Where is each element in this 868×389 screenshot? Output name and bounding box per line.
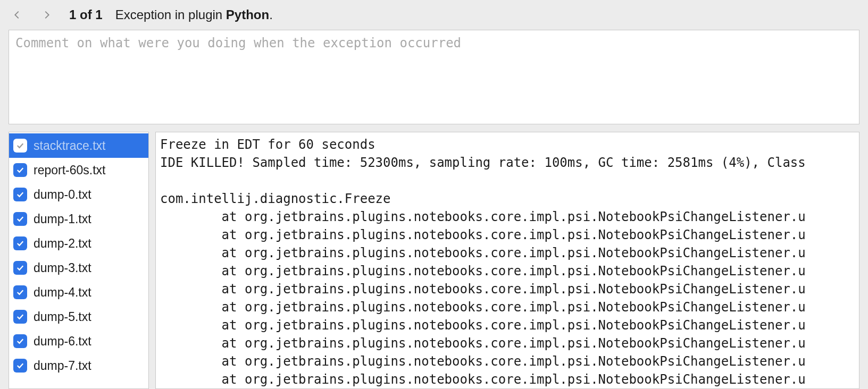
attachment-label: dump-5.txt <box>34 310 91 324</box>
attachment-item[interactable]: dump-7.txt <box>9 353 148 378</box>
comment-input[interactable] <box>9 30 859 124</box>
attachment-label: report-60s.txt <box>34 163 106 177</box>
attachment-label: dump-3.txt <box>34 261 91 275</box>
comment-section <box>0 30 868 132</box>
next-error-button[interactable] <box>39 7 54 22</box>
attachment-item[interactable]: dump-2.txt <box>9 231 148 256</box>
attachment-checkbox[interactable] <box>13 359 27 373</box>
error-report-dialog: 1 of 1 Exception in plugin Python. stack… <box>0 0 868 389</box>
attachment-checkbox[interactable] <box>13 236 27 250</box>
error-title-plugin: Python <box>226 7 269 22</box>
attachment-label: dump-2.txt <box>34 236 91 251</box>
attachment-item[interactable]: dump-1.txt <box>9 207 148 231</box>
attachment-item[interactable]: dump-6.txt <box>9 329 148 353</box>
attachment-checkbox[interactable] <box>13 188 27 201</box>
error-counter: 1 of 1 <box>69 7 103 22</box>
attachment-item[interactable]: dump-3.txt <box>9 256 148 280</box>
attachment-item[interactable]: dump-5.txt <box>9 305 148 329</box>
attachment-checkbox[interactable] <box>13 163 27 177</box>
attachment-checkbox[interactable] <box>13 310 27 324</box>
nav-arrows <box>10 7 54 22</box>
attachment-checkbox[interactable] <box>13 139 27 153</box>
body-split: stacktrace.txtreport-60s.txtdump-0.txtdu… <box>0 132 868 389</box>
attachment-item[interactable]: report-60s.txt <box>9 158 148 182</box>
attachment-label: stacktrace.txt <box>34 139 105 153</box>
attachment-checkbox[interactable] <box>13 261 27 275</box>
attachment-label: dump-7.txt <box>34 359 91 373</box>
attachment-item[interactable]: stacktrace.txt <box>9 133 148 158</box>
error-title-prefix: Exception in plugin <box>115 7 226 22</box>
attachment-label: dump-4.txt <box>34 285 91 300</box>
attachment-item[interactable]: dump-4.txt <box>9 280 148 305</box>
error-title-suffix: . <box>269 7 273 22</box>
attachment-label: dump-0.txt <box>34 188 91 202</box>
attachment-item[interactable]: dump-0.txt <box>9 182 148 207</box>
attachment-label: dump-6.txt <box>34 334 91 349</box>
attachment-checkbox[interactable] <box>13 285 27 299</box>
error-title: Exception in plugin Python. <box>115 7 273 22</box>
stacktrace-viewer[interactable]: Freeze in EDT for 60 seconds IDE KILLED!… <box>155 132 859 389</box>
attachment-list[interactable]: stacktrace.txtreport-60s.txtdump-0.txtdu… <box>9 132 149 389</box>
attachment-checkbox[interactable] <box>13 212 27 226</box>
attachment-checkbox[interactable] <box>13 334 27 348</box>
prev-error-button[interactable] <box>10 7 24 22</box>
attachment-label: dump-1.txt <box>34 212 91 226</box>
header-bar: 1 of 1 Exception in plugin Python. <box>0 0 868 30</box>
